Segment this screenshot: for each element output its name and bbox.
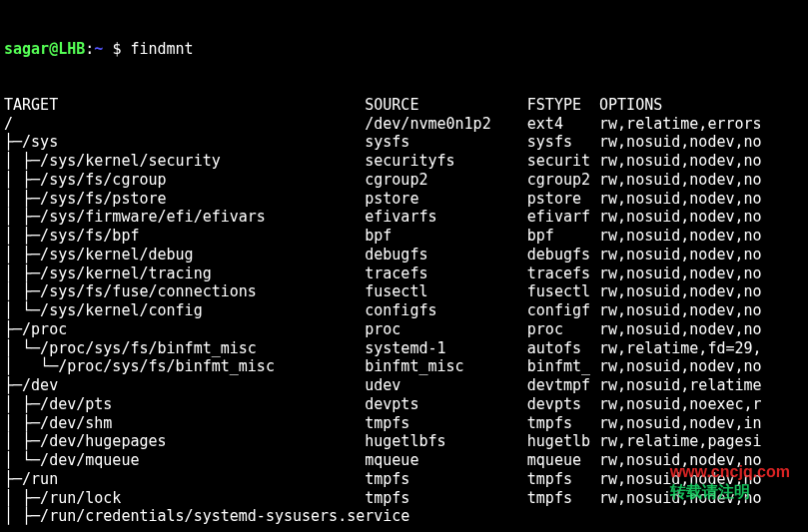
table-header: TARGET SOURCE FSTYPE OPTIONS — [4, 96, 804, 115]
table-row: │ ├─/sys/firmware/efi/efivars efivarfs e… — [4, 208, 804, 227]
prompt-user: sagar — [4, 40, 49, 58]
table-row: │ ├─/sys/fs/bpf bpf bpf rw,nosuid,nodev,… — [4, 227, 804, 246]
command-output: TARGET SOURCE FSTYPE OPTIONS/ /dev/nvme0… — [4, 96, 804, 526]
prompt-host: LHB — [58, 40, 85, 58]
table-row: ├─/sys sysfs sysfs rw,nosuid,nodev,no — [4, 133, 804, 152]
prompt-at: @ — [49, 40, 58, 58]
table-row: ├─/proc proc proc rw,nosuid,nodev,no — [4, 320, 804, 339]
table-row: │ └─/proc/sys/fs/binfmt_misc binfmt_misc… — [4, 357, 804, 376]
table-row: │ ├─/dev/hugepages hugetlbfs hugetlb rw,… — [4, 432, 804, 451]
table-row: │ ├─/sys/kernel/tracing tracefs tracefs … — [4, 265, 804, 283]
table-row: │ ├─/sys/fs/cgroup cgroup2 cgroup2 rw,no… — [4, 171, 804, 190]
table-row: │ ├─/dev/pts devpts devpts rw,nosuid,noe… — [4, 395, 804, 414]
table-row: │ ├─/dev/shm tmpfs tmpfs rw,nosuid,nodev… — [4, 414, 804, 433]
table-row: │ ├─/run/credentials/systemd-sysusers.se… — [4, 507, 804, 526]
terminal[interactable]: sagar@LHB:~ $ findmnt TARGET SOURCE FSTY… — [0, 0, 808, 532]
table-row: │ ├─/run/lock tmpfs tmpfs rw,nosuid,node… — [4, 489, 804, 508]
table-row: │ └─/sys/kernel/config configfs configf … — [4, 301, 804, 320]
table-row: │ ├─/sys/fs/fuse/connections fusectl fus… — [4, 282, 804, 301]
table-row: │ └─/proc/sys/fs/binfmt_misc systemd-1 a… — [4, 339, 804, 358]
prompt-colon: : — [85, 40, 94, 58]
table-row: ├─/dev udev devtmpf rw,nosuid,relatime — [4, 376, 804, 395]
table-row: ├─/run tmpfs tmpfs rw,nosuid,nodev,no — [4, 470, 804, 489]
prompt-path: ~ — [94, 40, 103, 58]
table-row: │ ├─/sys/fs/pstore pstore pstore rw,nosu… — [4, 190, 804, 209]
table-row: │ ├─/sys/kernel/security securityfs secu… — [4, 152, 804, 171]
table-row: / /dev/nvme0n1p2 ext4 rw,relatime,errors — [4, 115, 804, 134]
shell-prompt: sagar@LHB:~ $ findmnt — [4, 40, 804, 59]
table-row: │ ├─/sys/kernel/debug debugfs debugfs rw… — [4, 246, 804, 265]
table-row: │ └─/dev/mqueue mqueue mqueue rw,nosuid,… — [4, 451, 804, 470]
